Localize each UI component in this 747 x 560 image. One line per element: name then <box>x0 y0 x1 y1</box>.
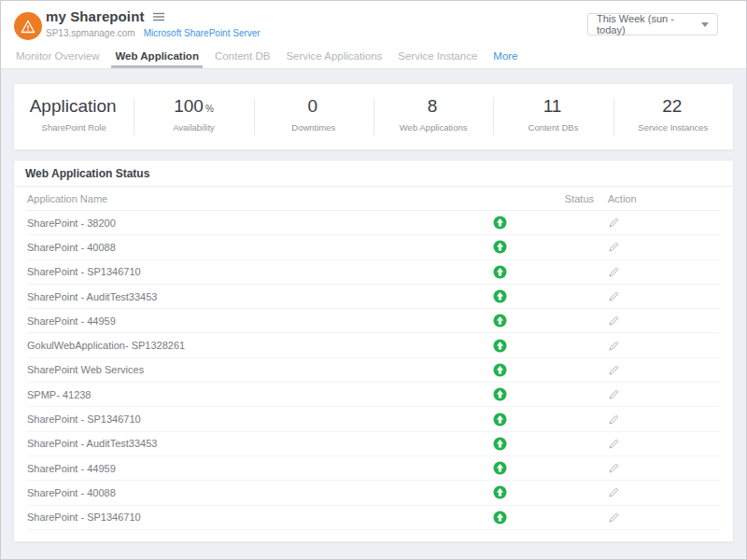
row-sharepoint-sp1346710: SharePoint - SP1346710 <box>27 407 720 431</box>
stat-label: Service Instances <box>613 122 733 133</box>
status-table: Application Name Status Action SharePoin… <box>14 187 733 541</box>
content-area: Application SharePoint Role 100% Availab… <box>1 69 746 542</box>
status-up-icon <box>493 437 507 451</box>
row-sharepoint-web-services: SharePoint Web Services <box>27 358 720 383</box>
action-cell <box>599 388 720 400</box>
monitor-status-badge <box>14 12 42 40</box>
application-name-link[interactable]: SharePoint - SP1346710 <box>27 266 483 277</box>
edit-icon[interactable] <box>608 241 620 253</box>
application-name-link[interactable]: SharePoint - SP1346710 <box>27 413 483 425</box>
row-spmp-41238: SPMP- 41238 <box>27 383 720 407</box>
status-cell <box>483 511 599 525</box>
stat-content-dbs: 11 Content DBs <box>493 84 613 149</box>
status-up-icon <box>493 240 507 254</box>
edit-icon[interactable] <box>608 511 620 524</box>
edit-icon[interactable] <box>608 315 620 327</box>
edit-icon[interactable] <box>608 462 620 474</box>
tab-service-instance[interactable]: Service Instance <box>394 46 481 68</box>
stat-value: 11 <box>543 96 562 116</box>
tab-service-applications[interactable]: Service Applications <box>282 46 386 68</box>
monitor-title-block: my Sharepoint SP13.spmanage.com Microsof… <box>46 8 261 38</box>
column-header-status: Status <box>483 193 599 204</box>
status-cell <box>483 339 599 353</box>
status-up-icon <box>493 363 507 377</box>
server-type-link[interactable]: Microsoft SharePoint Server <box>144 28 261 38</box>
edit-icon[interactable] <box>608 364 620 376</box>
status-up-icon <box>493 289 507 303</box>
stat-unit: % <box>205 104 214 114</box>
status-cell <box>483 437 599 451</box>
action-cell <box>599 486 720 498</box>
status-up-icon <box>493 314 507 328</box>
stat-availability: 100% Availability <box>134 84 253 149</box>
stat-value: Application <box>30 96 117 116</box>
stat-value: 100 <box>174 96 204 116</box>
application-name-link[interactable]: SharePoint - SP1346710 <box>27 511 483 523</box>
status-up-icon <box>493 461 507 475</box>
edit-icon[interactable] <box>608 340 620 352</box>
row-sharepoint-40088: SharePoint - 40088 <box>27 481 720 505</box>
application-name-link[interactable]: SharePoint - 44959 <box>27 315 483 327</box>
edit-icon[interactable] <box>608 217 620 229</box>
tab-more[interactable]: More <box>489 46 521 68</box>
tab-content-db[interactable]: Content DB <box>211 46 274 68</box>
hamburger-icon[interactable] <box>153 12 164 21</box>
column-header-action: Action <box>599 193 720 204</box>
card-title: Web Application Status <box>14 161 733 187</box>
action-cell <box>599 290 720 302</box>
status-up-icon <box>493 265 507 279</box>
status-up-icon <box>493 387 507 401</box>
header: my Sharepoint SP13.spmanage.com Microsof… <box>1 1 746 46</box>
edit-icon[interactable] <box>608 486 620 498</box>
warning-triangle-icon <box>21 20 35 34</box>
status-cell <box>483 387 599 401</box>
tab-web-application[interactable]: Web Application <box>111 46 202 68</box>
table-body: SharePoint - 38200 <box>27 211 720 530</box>
tab-monitor-overview[interactable]: Monitor Overview <box>12 46 103 68</box>
application-name-link[interactable]: SharePoint Web Services <box>27 364 483 375</box>
stat-label: Web Applications <box>374 122 493 133</box>
summary-stats-card: Application SharePoint Role 100% Availab… <box>13 83 734 150</box>
status-cell <box>483 485 599 499</box>
table-header-row: Application Name Status Action <box>27 187 720 211</box>
row-sharepoint-audittest33453: SharePoint - AuditTest33453 <box>27 432 720 456</box>
row-gokulwebapplication-sp1328261: GokulWebApplication- SP1328261 <box>27 333 720 357</box>
application-name-link[interactable]: SharePoint - AuditTest33453 <box>27 438 483 449</box>
status-cell <box>483 413 599 427</box>
status-cell <box>483 314 599 328</box>
edit-icon[interactable] <box>608 266 620 278</box>
time-range-select[interactable]: This Week (sun - today) <box>587 13 718 35</box>
action-cell <box>599 241 720 253</box>
row-sharepoint-38200: SharePoint - 38200 <box>27 211 720 235</box>
stat-label: Availability <box>134 122 253 133</box>
status-cell <box>483 265 599 279</box>
tab-bar: Monitor Overview Web Application Content… <box>1 46 746 69</box>
edit-icon[interactable] <box>608 438 620 450</box>
row-sharepoint-sp1346710: SharePoint - SP1346710 <box>27 506 720 530</box>
action-cell <box>599 462 720 474</box>
stat-value: 0 <box>308 96 318 116</box>
application-name-link[interactable]: SharePoint - 40088 <box>27 242 483 253</box>
application-name-link[interactable]: SPMP- 41238 <box>27 389 483 400</box>
action-cell <box>599 438 720 450</box>
edit-icon[interactable] <box>608 388 620 400</box>
status-up-icon <box>493 413 507 427</box>
status-cell <box>483 461 599 475</box>
action-cell <box>599 217 720 229</box>
caret-down-icon <box>701 22 709 27</box>
application-name-link[interactable]: SharePoint - 38200 <box>27 217 483 229</box>
application-name-link[interactable]: GokulWebApplication- SP1328261 <box>27 340 483 351</box>
column-header-application-name: Application Name <box>27 193 483 204</box>
edit-icon[interactable] <box>608 290 620 302</box>
stat-value: 22 <box>662 96 682 116</box>
status-up-icon <box>493 511 507 525</box>
application-name-link[interactable]: SharePoint - AuditTest33453 <box>27 291 483 302</box>
application-name-link[interactable]: SharePoint - 40088 <box>27 487 483 498</box>
monitor-host: SP13.spmanage.com <box>46 28 135 38</box>
application-name-link[interactable]: SharePoint - 44959 <box>27 463 483 474</box>
stat-service-instances: 22 Service Instances <box>613 84 733 149</box>
edit-icon[interactable] <box>608 413 620 426</box>
status-cell <box>483 216 599 230</box>
status-cell <box>483 363 599 377</box>
stat-sharepoint-role: Application SharePoint Role <box>14 84 134 149</box>
